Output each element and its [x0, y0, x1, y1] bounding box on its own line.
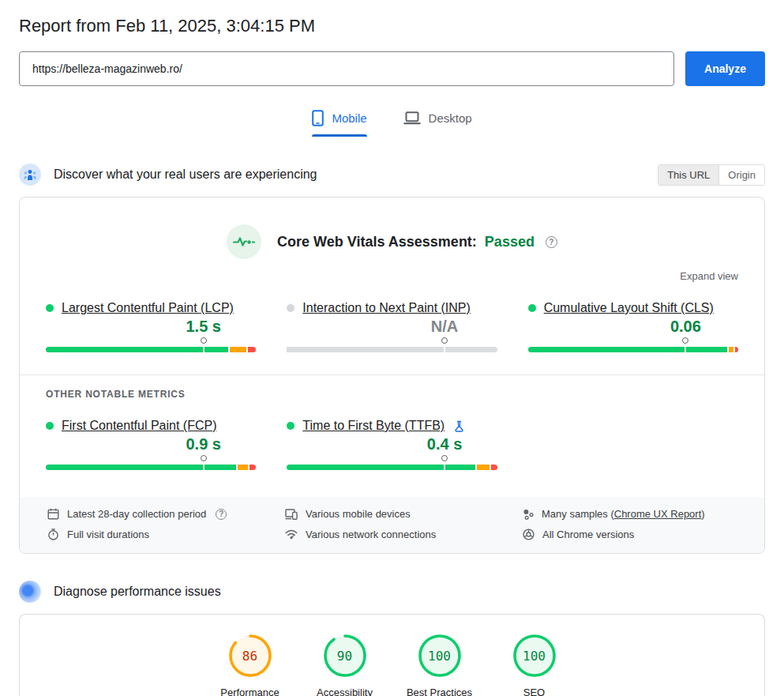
- ttfb-distribution-bar: [287, 465, 497, 470]
- mobile-phone-icon: [312, 110, 324, 126]
- samples-text: Many samples (Chrome UX Report): [542, 508, 705, 520]
- chrome-versions-text: All Chrome versions: [542, 529, 634, 540]
- gauge-seo[interactable]: 100 SEO: [487, 633, 582, 696]
- seo-score: 100: [512, 633, 557, 679]
- bar-segment-average: [477, 465, 490, 470]
- ttfb-link[interactable]: Time to First Byte (TTFB): [302, 419, 445, 433]
- url-bar: Analyze: [19, 51, 765, 86]
- diagnose-section-header: Diagnose performance issues: [19, 581, 765, 603]
- gauge-accessibility[interactable]: 90 Accessibility: [298, 633, 392, 696]
- fcp-distribution-bar: [46, 465, 256, 470]
- lcp-distribution-bar: [46, 347, 256, 352]
- other-metrics-row: First Contentful Paint (FCP) 0.9 s Time …: [46, 419, 738, 476]
- chrome-icon: [523, 529, 535, 540]
- core-metrics-row: Largest Contentful Paint (LCP) 1.5 s Int…: [46, 301, 738, 352]
- cwv-assessment-label: Core Web Vitals Assessment:: [277, 234, 477, 250]
- other-metrics-label: OTHER NOTABLE METRICS: [46, 389, 738, 400]
- performance-score: 86: [227, 633, 273, 679]
- bar-segment-average: [230, 347, 246, 352]
- lcp-value: 1.5 s: [186, 318, 220, 336]
- metric-ttfb: Time to First Byte (TTFB) 0.4 s: [287, 419, 497, 470]
- fcp-value: 0.9 s: [186, 435, 220, 453]
- url-input[interactable]: [19, 51, 674, 86]
- cwv-assessment-header: Core Web Vitals Assessment: Passed ?: [46, 224, 738, 259]
- stopwatch-icon: [47, 529, 59, 540]
- analyze-button[interactable]: Analyze: [685, 51, 765, 86]
- accessibility-label: Accessibility: [317, 687, 373, 696]
- experimental-flask-icon: [454, 420, 464, 432]
- metric-fcp: First Contentful Paint (FCP) 0.9 s: [46, 419, 256, 470]
- pagespeed-report-page: Report from Feb 11, 2025, 3:04:15 PM Ana…: [0, 16, 784, 696]
- lighthouse-scores-card: 86 Performance 90 Accessibility 100 Best…: [19, 614, 765, 696]
- bar-segment-poor: [248, 347, 256, 352]
- bar-segment-poor: [735, 347, 738, 352]
- fcp-status-dot: [46, 422, 54, 430]
- visit-durations-item: Full visit durations: [47, 529, 261, 540]
- fcp-p75-marker: [200, 455, 208, 472]
- toggle-origin[interactable]: Origin: [718, 165, 764, 185]
- tab-desktop[interactable]: Desktop: [403, 110, 472, 137]
- bar-segment-good: [46, 465, 236, 470]
- metric-cls: Cumulative Layout Shift (CLS) 0.06: [528, 301, 738, 352]
- fcp-link[interactable]: First Contentful Paint (FCP): [62, 419, 217, 433]
- cls-distribution-bar: [528, 347, 738, 352]
- real-users-icon: [19, 164, 41, 186]
- inp-link[interactable]: Interaction to Next Paint (INP): [302, 301, 471, 315]
- lcp-link[interactable]: Largest Contentful Paint (LCP): [62, 301, 234, 315]
- visit-durations-text: Full visit durations: [67, 529, 149, 540]
- cwv-status-badge: Passed: [485, 234, 535, 250]
- help-icon[interactable]: ?: [546, 236, 557, 248]
- chrome-ux-report-link[interactable]: Chrome UX Report: [614, 508, 702, 520]
- bar-segment-average: [238, 465, 248, 470]
- ttfb-p75-marker: [441, 455, 448, 472]
- collection-period-help-icon[interactable]: ?: [216, 509, 227, 520]
- ttfb-status-dot: [287, 422, 294, 430]
- seo-label: SEO: [523, 687, 545, 696]
- accessibility-score: 90: [322, 633, 368, 679]
- data-source-footer: Latest 28-day collection period ? Full v…: [20, 497, 764, 553]
- tab-mobile[interactable]: Mobile: [312, 110, 366, 137]
- cls-link[interactable]: Cumulative Layout Shift (CLS): [544, 301, 714, 315]
- best-practices-label: Best Practices: [407, 687, 472, 696]
- samples-item: Many samples (Chrome UX Report): [523, 508, 737, 520]
- samples-icon: [523, 509, 534, 520]
- device-tabs: Mobile Desktop: [19, 110, 765, 137]
- bar-segment-poor: [491, 465, 497, 470]
- bar-segment-na: [287, 347, 497, 352]
- field-data-heading: Discover what your real users are experi…: [54, 167, 317, 182]
- desktop-laptop-icon: [403, 111, 421, 125]
- pulse-icon: [227, 224, 261, 259]
- tab-desktop-label: Desktop: [429, 111, 472, 125]
- cls-p75-marker: [681, 337, 689, 355]
- core-web-vitals-card: Core Web Vitals Assessment: Passed ? Exp…: [19, 197, 765, 554]
- expand-view-button[interactable]: Expand view: [46, 270, 738, 282]
- page-title: Report from Feb 11, 2025, 3:04:15 PM: [19, 16, 765, 36]
- lcp-p75-marker: [200, 337, 208, 355]
- collection-period-item: Latest 28-day collection period ?: [47, 508, 261, 520]
- section-divider: [20, 374, 764, 375]
- collection-period-text: Latest 28-day collection period: [67, 508, 206, 520]
- gauge-row: 86 Performance 90 Accessibility 100 Best…: [20, 615, 764, 696]
- empty-cell: [528, 419, 738, 470]
- best-practices-score: 100: [417, 633, 463, 679]
- scope-toggle: This URL Origin: [658, 164, 765, 186]
- tab-mobile-label: Mobile: [332, 111, 366, 125]
- gauge-best-practices[interactable]: 100 Best Practices: [392, 633, 487, 696]
- bar-segment-average: [729, 347, 734, 352]
- cls-value: 0.06: [670, 318, 701, 336]
- cls-status-dot: [528, 304, 536, 312]
- inp-p75-marker: [441, 337, 448, 355]
- inp-distribution-bar: [287, 347, 497, 352]
- devices-icon: [285, 509, 298, 520]
- devices-text: Various mobile devices: [306, 508, 411, 520]
- metric-inp: Interaction to Next Paint (INP) N/A: [287, 301, 497, 352]
- toggle-this-url[interactable]: This URL: [658, 165, 718, 185]
- performance-label: Performance: [220, 687, 279, 696]
- diagnose-icon: [19, 581, 41, 603]
- metric-lcp: Largest Contentful Paint (LCP) 1.5 s: [46, 301, 256, 352]
- bar-segment-good: [528, 347, 727, 352]
- bar-segment-poor: [249, 465, 256, 470]
- gauge-performance[interactable]: 86 Performance: [203, 633, 298, 696]
- connections-item: Various network connections: [285, 529, 499, 540]
- ttfb-value: 0.4 s: [427, 435, 462, 453]
